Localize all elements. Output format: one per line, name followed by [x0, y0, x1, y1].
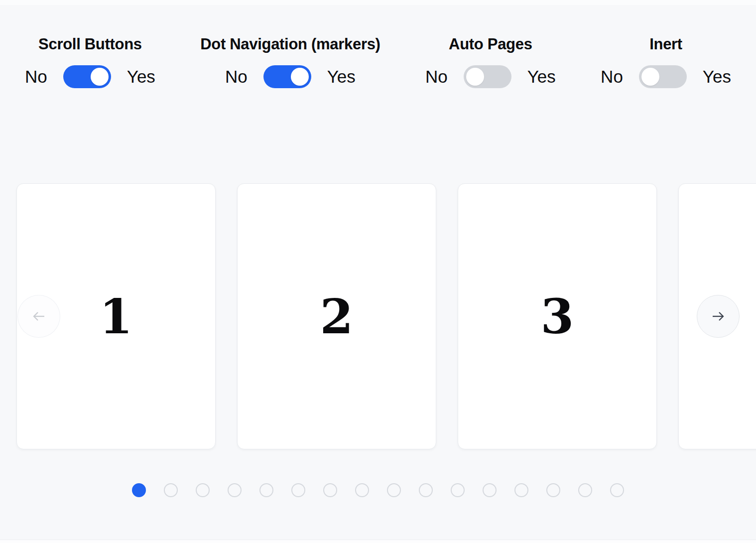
- dot-indicator[interactable]: [451, 483, 465, 497]
- toggle-off-label: No: [225, 65, 248, 88]
- carousel-track: 1 2 3: [16, 183, 756, 449]
- toggle-on-label: Yes: [703, 65, 731, 88]
- dot-navigation: [0, 483, 756, 497]
- dot-indicator[interactable]: [291, 483, 305, 497]
- dot-indicator[interactable]: [546, 483, 560, 497]
- inert-toggle[interactable]: [639, 65, 687, 88]
- dot-indicator[interactable]: [355, 483, 369, 497]
- control-row: No Yes: [225, 65, 356, 88]
- carousel-slide[interactable]: 2: [237, 183, 436, 449]
- dot-indicator[interactable]: [483, 483, 497, 497]
- arrow-right-icon: [711, 309, 725, 323]
- toggle-off-label: No: [25, 65, 47, 88]
- control-group-auto-pages: Auto Pages No Yes: [425, 0, 556, 88]
- toggle-off-label: No: [601, 65, 623, 88]
- control-heading: Inert: [649, 35, 682, 54]
- dot-indicator[interactable]: [323, 483, 337, 497]
- dot-indicator[interactable]: [387, 483, 401, 497]
- bottom-edge-strip: [0, 540, 756, 543]
- control-group-scroll-buttons: Scroll Buttons No Yes: [25, 0, 155, 88]
- dot-indicator[interactable]: [578, 483, 592, 497]
- next-page-button[interactable]: [697, 295, 740, 338]
- slide-number: 3: [541, 288, 574, 345]
- dot-indicator[interactable]: [228, 483, 242, 497]
- toggle-on-label: Yes: [127, 65, 155, 88]
- slide-number: 1: [100, 288, 133, 345]
- dot-navigation-toggle[interactable]: [263, 65, 311, 88]
- dot-indicator[interactable]: [196, 483, 210, 497]
- dot-indicator-active[interactable]: [132, 483, 146, 497]
- dot-indicator[interactable]: [610, 483, 624, 497]
- arrow-left-icon: [32, 309, 46, 323]
- carousel-demo-page: Scroll Buttons No Yes Dot Navigation (ma…: [0, 0, 756, 543]
- controls-bar: Scroll Buttons No Yes Dot Navigation (ma…: [0, 0, 756, 88]
- control-row: No Yes: [425, 65, 556, 88]
- control-group-dot-navigation: Dot Navigation (markers) No Yes: [200, 0, 380, 88]
- toggle-knob: [291, 68, 309, 86]
- dot-indicator[interactable]: [259, 483, 273, 497]
- dot-indicator[interactable]: [419, 483, 433, 497]
- carousel-slide[interactable]: 3: [458, 183, 657, 449]
- dot-indicator[interactable]: [164, 483, 178, 497]
- toggle-knob: [91, 68, 109, 86]
- toggle-knob: [641, 68, 659, 86]
- control-row: No Yes: [25, 65, 155, 88]
- dot-indicator[interactable]: [514, 483, 528, 497]
- prev-page-button[interactable]: [17, 295, 60, 338]
- control-row: No Yes: [601, 65, 731, 88]
- toggle-off-label: No: [425, 65, 448, 88]
- scroll-buttons-toggle[interactable]: [63, 65, 111, 88]
- auto-pages-toggle[interactable]: [464, 65, 511, 88]
- control-heading: Scroll Buttons: [38, 35, 142, 54]
- toggle-on-label: Yes: [527, 65, 556, 88]
- slide-number: 2: [320, 288, 354, 345]
- toggle-on-label: Yes: [327, 65, 356, 88]
- control-heading: Auto Pages: [449, 35, 532, 54]
- control-heading: Dot Navigation (markers): [200, 35, 380, 54]
- toggle-knob: [466, 68, 484, 86]
- control-group-inert: Inert No Yes: [601, 0, 731, 88]
